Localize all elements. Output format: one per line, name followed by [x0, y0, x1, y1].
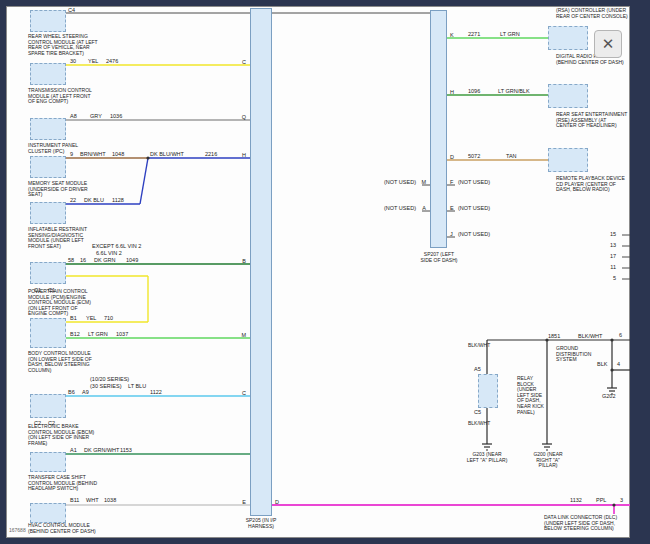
page-ref: 4	[617, 361, 620, 367]
component-desc-rsa-controller: (RSA) CONTROLLER (UNDER REAR OF CENTER C…	[556, 8, 628, 19]
circuit-label: 710	[104, 315, 113, 321]
wire-color-label: LT GRN	[88, 331, 108, 337]
close-icon: ✕	[602, 35, 615, 53]
not-used-label: (NOT USED)	[384, 179, 416, 185]
variant-note: (30 SERIES)	[90, 383, 121, 389]
component-box-rse	[548, 148, 588, 172]
module-desc-pcm: POWERTRAIN CONTROL MODULE (PCM)/ENGINE C…	[28, 289, 98, 317]
not-used-label: (NOT USED)	[384, 205, 416, 211]
not-used-label: (NOT USED)	[458, 179, 490, 185]
circuit-label: 1038	[104, 497, 116, 503]
bus-terminal-letter: M	[416, 179, 426, 185]
circuit-label: 1153	[120, 447, 132, 453]
light-green-wires	[66, 38, 548, 338]
pin-label: A5	[474, 366, 481, 372]
wire-color-label: LT GRN	[500, 31, 520, 37]
module-box-sdm	[30, 202, 66, 224]
bus-terminal-letter: F	[450, 179, 453, 185]
circuit-label: 1132	[570, 497, 582, 503]
pin-label: B6	[68, 389, 75, 395]
page-ref: 15	[604, 231, 616, 237]
component-desc-remote-playback: REMOTE PLAYBACK DEVICE CD PLAYER (CENTER…	[556, 176, 628, 193]
wire-color-label: YEL	[88, 58, 98, 64]
ground-label-g200: G200 (NEAR RIGHT "A" PILLAR)	[526, 452, 570, 469]
close-button[interactable]: ✕	[594, 30, 622, 58]
circuit-label: 2216	[205, 151, 217, 157]
circuit-label: 2271	[468, 31, 480, 37]
connector-label: C1	[34, 287, 41, 293]
wire-color-label: PPL	[596, 497, 606, 503]
bus-terminal-letter: D	[450, 154, 454, 160]
bus-terminal-letter: A	[416, 205, 426, 211]
module-box-hvac	[30, 503, 66, 523]
ground-label-g203: G203 (NEAR LEFT "A" PILLAR)	[466, 452, 508, 463]
variant-note: (10/20 SERIES)	[90, 376, 129, 382]
not-used-label: (NOT USED)	[458, 205, 490, 211]
module-box-ebcm	[30, 394, 66, 418]
pin-label: A1	[70, 447, 77, 453]
circuit-label: 1048	[112, 151, 124, 157]
wire-color-label: LT BLU	[128, 383, 146, 389]
wire-color-label: GRY	[90, 113, 102, 119]
connector-label: C2	[34, 420, 41, 426]
connector-label: C2	[48, 420, 55, 426]
module-desc-hvac: HVAC CONTROL MODULE (BEHIND CENTER OF DA…	[28, 523, 98, 534]
wire-color-label: DK GRN/WHT	[84, 447, 119, 453]
bus-terminal-letter: C	[236, 59, 246, 65]
pin-label: B11	[70, 497, 79, 503]
relay-block-label: RELAY BLOCK (UNDER LEFT SIDE OF DASH, NE…	[517, 376, 545, 415]
purple-dlc-wire	[272, 505, 630, 514]
pin-label: A8	[70, 113, 77, 119]
module-box-pcm	[30, 262, 66, 284]
bus-terminal-letter: D	[275, 499, 279, 505]
circuit-label: 5072	[468, 153, 480, 159]
page-ref: 3	[620, 497, 623, 503]
circuit-label: 1049	[126, 257, 138, 263]
page-ref: 17	[604, 253, 616, 259]
bus-terminal-letter: H	[450, 89, 454, 95]
wire-color-label: DK GRN	[94, 257, 115, 263]
page-ref: 13	[604, 242, 616, 248]
variant-note: 6.6L VIN 2	[96, 250, 122, 256]
splice-bus-sp205	[250, 8, 272, 516]
wire-color-label: TAN	[506, 153, 517, 159]
component-box-digital-radio	[548, 84, 588, 108]
wire-color-label: LT GRN/BLK	[498, 88, 530, 94]
bus-terminal-letter: K	[450, 32, 454, 38]
wire-color-label: WHT	[86, 497, 99, 503]
component-box-rsa-controller	[548, 26, 588, 50]
pin-label: 58	[68, 257, 74, 263]
pin-label: 16	[80, 257, 86, 263]
bus-terminal-letter: H	[236, 152, 246, 158]
page-ref: 11	[604, 264, 616, 270]
pin-label: 30	[70, 58, 76, 64]
circuit-label: 1851	[548, 333, 560, 339]
wire-color-label: YEL	[86, 315, 96, 321]
page-ref: 6	[619, 332, 622, 338]
wire-color-label: DK BLU	[84, 197, 104, 203]
wire-color-label: BLK/WHT	[468, 343, 484, 349]
bus-terminal-letter: J	[450, 231, 453, 237]
relay-block-box	[478, 374, 498, 408]
connector-label: C4	[68, 7, 75, 13]
document-number: 167688	[9, 527, 26, 533]
bus-terminal-letter: E	[236, 499, 246, 505]
wire-color-label: BRN/WHT	[80, 151, 106, 157]
bus-terminal-letter: E	[450, 205, 454, 211]
bus-terminal-letter: B	[236, 258, 246, 264]
circuit-label: 1037	[116, 331, 128, 337]
module-desc-sdm: INFLATABLE RESTRAINT SENSING/DIAGNOSTIC …	[28, 227, 98, 249]
module-box-tcm	[30, 63, 66, 85]
circuit-label: 2476	[106, 58, 118, 64]
plain-wires	[66, 13, 630, 279]
bus-terminal-letter: Q	[236, 114, 246, 120]
module-desc-rear-wheel-steering: REAR WHEEL STEERING CONTROL MODULE (AT L…	[28, 34, 98, 56]
viewer-window: SP205 (IN I/P HARNESS) SP207 (LEFT SIDE …	[0, 0, 650, 544]
module-desc-memory-seat: MEMORY SEAT MODULE (UNDERSIDE OF DRIVER …	[28, 181, 98, 198]
not-used-label: (NOT USED)	[458, 231, 490, 237]
module-box-ipc	[30, 118, 66, 140]
wire-color-label: BLK	[597, 361, 607, 367]
module-box-rear-wheel-steering	[30, 10, 66, 32]
module-box-transfer-case	[30, 452, 66, 472]
component-desc-rse: REAR SEAT ENTERTAINMENT (RSE) ASSEMBLY (…	[556, 112, 628, 129]
